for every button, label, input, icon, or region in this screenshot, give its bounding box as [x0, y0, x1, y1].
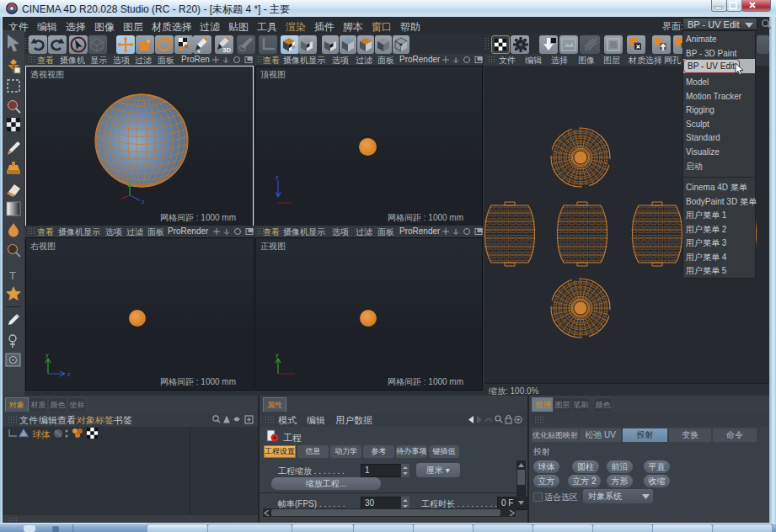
svg-text:T: T [9, 269, 16, 282]
svg-text:z: z [67, 371, 71, 377]
svg-text:z: z [276, 175, 279, 180]
svg-text:y: y [276, 352, 279, 359]
svg-text:3D: 3D [222, 46, 231, 54]
svg-text:y: y [45, 352, 49, 359]
svg-text:z: z [142, 199, 145, 205]
